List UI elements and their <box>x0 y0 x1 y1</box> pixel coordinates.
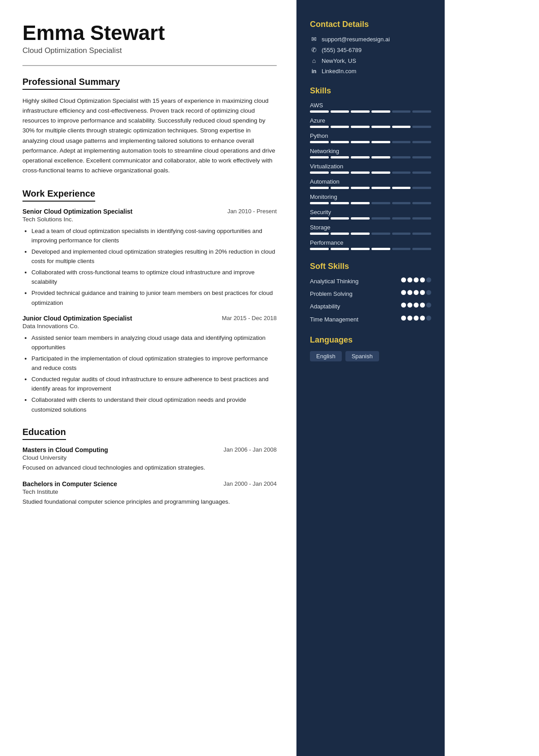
skill-segment <box>331 171 349 174</box>
skill-name: Monitoring <box>310 193 431 200</box>
education-section: Education Masters in Cloud Computing Jan… <box>22 427 277 506</box>
soft-skills-container: Analytical ThinkingProblem SolvingAdapta… <box>310 277 431 324</box>
dots-container <box>401 277 431 282</box>
skill-segment <box>412 126 431 128</box>
contact-section-title: Contact Details <box>310 20 431 29</box>
skill-segment <box>392 110 411 113</box>
soft-skill-item: Time Management <box>310 316 431 324</box>
skill-segment <box>371 202 390 204</box>
soft-skill-dot <box>420 316 425 321</box>
soft-skill-name: Adaptability <box>310 303 401 311</box>
job-2-company: Data Innovations Co. <box>22 323 277 330</box>
skill-segment <box>331 156 349 158</box>
skill-item: AWS <box>310 102 431 113</box>
soft-skill-dot <box>407 303 412 308</box>
job-1-bullet-1: Lead a team of cloud optimization specia… <box>31 226 277 245</box>
job-1-company: Tech Solutions Inc. <box>22 216 277 223</box>
dots-container <box>401 290 431 295</box>
soft-skill-dot <box>426 290 431 295</box>
degree-1: Masters in Cloud Computing Jan 2006 - Ja… <box>22 446 277 472</box>
skill-segment <box>331 217 349 220</box>
skill-bar <box>310 171 431 174</box>
skill-item: Azure <box>310 117 431 128</box>
skill-bar <box>310 156 431 158</box>
job-2-bullet-4: Collaborated with clients to understand … <box>31 395 277 414</box>
soft-skill-dot <box>414 316 419 321</box>
skill-name: Networking <box>310 148 431 154</box>
soft-skill-dot <box>407 290 412 295</box>
candidate-job-title: Cloud Optimization Specialist <box>22 46 277 55</box>
soft-skill-dot <box>401 316 406 321</box>
skill-segment <box>371 217 390 220</box>
resume-header: Emma Stewart Cloud Optimization Speciali… <box>22 22 277 55</box>
skill-segment <box>412 233 431 235</box>
soft-skill-dot <box>407 277 412 282</box>
candidate-name: Emma Stewart <box>22 22 277 44</box>
soft-skill-name: Problem Solving <box>310 290 401 298</box>
degree-2-dates: Jan 2000 - Jan 2004 <box>223 480 277 487</box>
languages-section: Languages EnglishSpanish <box>310 335 431 361</box>
header-divider <box>22 65 277 66</box>
soft-skill-dot <box>401 290 406 295</box>
job-1-bullet-2: Developed and implemented cloud optimiza… <box>31 247 277 266</box>
skill-segment <box>310 141 329 143</box>
soft-skill-name: Analytical Thinking <box>310 277 401 286</box>
location-icon: ⌂ <box>310 57 318 64</box>
soft-skill-dot <box>426 316 431 321</box>
skill-segment <box>351 110 370 113</box>
language-tags: EnglishSpanish <box>310 351 431 361</box>
skill-segment <box>412 187 431 189</box>
job-1-bullets: Lead a team of cloud optimization specia… <box>22 226 277 308</box>
skill-name: Security <box>310 209 431 215</box>
degree-2-name: Bachelors in Computer Science <box>22 480 117 488</box>
degree-2-desc: Studied foundational computer science pr… <box>22 497 277 506</box>
skill-segment <box>371 233 390 235</box>
soft-skills-section: Soft Skills Analytical ThinkingProblem S… <box>310 262 431 324</box>
skill-name: AWS <box>310 102 431 109</box>
skill-segment <box>310 171 329 174</box>
dots-container <box>401 316 431 321</box>
job-1-bullet-4: Provided technical guidance and training… <box>31 288 277 307</box>
skill-name: Azure <box>310 117 431 124</box>
skill-bar <box>310 233 431 235</box>
email-icon: ✉ <box>310 35 318 43</box>
skill-segment <box>371 248 390 250</box>
skill-segment <box>351 156 370 158</box>
job-2-bullet-2: Participated in the implementation of cl… <box>31 354 277 373</box>
job-1: Senior Cloud Optimization Specialist Jan… <box>22 208 277 308</box>
skill-bar <box>310 217 431 220</box>
skill-segment <box>351 233 370 235</box>
linkedin-icon: in <box>310 68 318 75</box>
summary-section: Professional Summary Highly skilled Clou… <box>22 77 277 176</box>
soft-skill-item: Adaptability <box>310 303 431 311</box>
skill-item: Python <box>310 132 431 143</box>
soft-skill-name: Time Management <box>310 316 401 324</box>
contact-location: ⌂ NewYork, US <box>310 57 431 64</box>
soft-skill-item: Analytical Thinking <box>310 277 431 286</box>
job-2-dates: Mar 2015 - Dec 2018 <box>222 315 277 321</box>
work-experience-section: Work Experience Senior Cloud Optimizatio… <box>22 189 277 414</box>
left-column: Emma Stewart Cloud Optimization Speciali… <box>0 0 296 756</box>
degree-1-name: Masters in Cloud Computing <box>22 446 108 453</box>
soft-skill-item: Problem Solving <box>310 290 431 298</box>
skill-segment <box>412 110 431 113</box>
skill-segment <box>310 156 329 158</box>
skill-item: Performance <box>310 239 431 250</box>
job-2-bullet-3: Conducted regular audits of cloud infras… <box>31 374 277 393</box>
skill-name: Python <box>310 132 431 139</box>
contact-location-text: NewYork, US <box>322 57 356 64</box>
skill-segment <box>351 202 370 204</box>
contact-phone: ✆ (555) 345-6789 <box>310 46 431 53</box>
skill-segment <box>331 248 349 250</box>
skill-bar <box>310 141 431 143</box>
skill-name: Performance <box>310 239 431 246</box>
contact-linkedin: in LinkedIn.com <box>310 68 431 75</box>
soft-skill-dot <box>414 303 419 308</box>
skill-segment <box>371 156 390 158</box>
skill-item: Security <box>310 209 431 220</box>
skill-segment <box>392 217 411 220</box>
skill-segment <box>392 171 411 174</box>
skill-segment <box>310 110 329 113</box>
skill-segment <box>351 126 370 128</box>
skill-segment <box>392 141 411 143</box>
